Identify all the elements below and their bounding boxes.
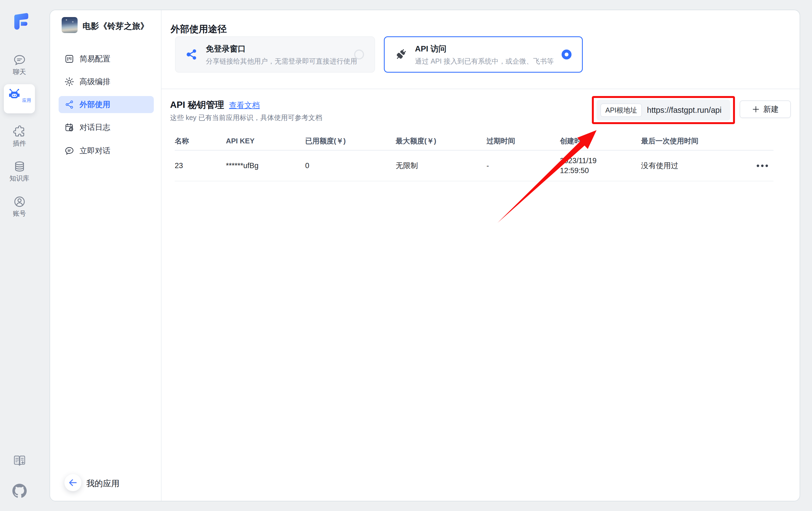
usage-title: 外部使用途径 xyxy=(171,23,227,35)
rail-item-label: 插件 xyxy=(0,139,39,148)
sidebar-divider xyxy=(161,10,162,501)
docs-button[interactable] xyxy=(0,454,39,469)
docs-book-icon xyxy=(13,454,26,468)
my-apps-label[interactable]: 我的应用 xyxy=(86,478,119,489)
card-desc: 分享链接给其他用户，无需登录即可直接进行使用 xyxy=(206,57,357,66)
github-button[interactable] xyxy=(0,484,39,499)
rail-item-account[interactable]: 账号 xyxy=(0,195,39,218)
usage-card-api-access[interactable]: API 访问 通过 API 接入到已有系统中，或企微、飞书等 xyxy=(384,36,583,73)
database-icon xyxy=(13,160,26,173)
rail-item-label: 账号 xyxy=(0,209,39,218)
api-key-table: 名称 API KEY 已用额度(￥) 最大额度(￥) 过期时间 创建时间 最后一… xyxy=(175,132,774,181)
api-root-url[interactable]: https://fastgpt.run/api xyxy=(647,106,722,115)
icon-rail: 聊天 应用 插件 xyxy=(0,0,39,511)
api-key-subtitle: 这些 key 已有当前应用标识，具体使用可参考文档 xyxy=(170,113,322,122)
chat-log-icon xyxy=(65,123,74,132)
chat-bubble-icon xyxy=(13,54,26,66)
table-row: 23 ******ufBg 0 无限制 - 2023/11/19 12:59:5… xyxy=(175,150,774,181)
col-max: 最大额度(￥) xyxy=(396,136,487,146)
share-icon xyxy=(65,100,74,109)
radio-selected[interactable] xyxy=(561,50,572,59)
user-circle-icon xyxy=(13,195,26,208)
new-key-label: 新建 xyxy=(763,104,779,114)
share-icon xyxy=(185,48,198,61)
menu-item-label: 简易配置 xyxy=(80,54,110,64)
card-title: 免登录窗口 xyxy=(206,44,357,55)
section-divider xyxy=(162,89,800,89)
menu-item-chat-logs[interactable]: 对话日志 xyxy=(59,119,154,136)
cell-expire: - xyxy=(487,162,560,170)
rail-item-apps[interactable]: 应用 xyxy=(4,84,35,113)
menu-item-label: 高级编排 xyxy=(80,77,110,87)
robot-icon xyxy=(8,89,21,102)
cell-api-key: ******ufBg xyxy=(226,162,305,170)
page: 聊天 应用 插件 xyxy=(0,0,812,511)
annotation-red-box: API根地址 https://fastgpt.run/api xyxy=(592,96,735,124)
col-last-used: 最后一次使用时间 xyxy=(641,136,757,146)
menu-item-label: 立即对话 xyxy=(80,146,110,156)
app-avatar xyxy=(62,17,78,33)
rail-item-chat[interactable]: 聊天 xyxy=(0,54,39,76)
gear-icon xyxy=(65,77,74,86)
plug-icon xyxy=(395,48,407,61)
plus-icon xyxy=(752,105,760,113)
rail-item-label: 应用 xyxy=(22,98,31,103)
card-desc: 通过 API 接入到已有系统中，或企微、飞书等 xyxy=(415,57,554,66)
api-root-label: API根地址 xyxy=(601,104,642,117)
menu-item-advanced-flow[interactable]: 高级编排 xyxy=(59,73,154,90)
api-key-title: API 秘钥管理 xyxy=(170,99,224,111)
cell-name: 23 xyxy=(175,162,226,170)
main-panel: 电影《铃芽之旅》 简易配置 高级编排 外部使用 xyxy=(50,10,800,501)
simple-config-icon xyxy=(65,54,74,63)
card-title: API 访问 xyxy=(415,44,554,55)
table-header-row: 名称 API KEY 已用额度(￥) 最大额度(￥) 过期时间 创建时间 最后一… xyxy=(175,132,774,150)
cell-last-used: 没有使用过 xyxy=(641,161,757,171)
new-key-button[interactable]: 新建 xyxy=(740,101,791,118)
col-created: 创建时间 xyxy=(560,136,641,146)
col-api-key: API KEY xyxy=(226,137,305,145)
cell-used: 0 xyxy=(305,162,396,170)
menu-item-external-use[interactable]: 外部使用 xyxy=(59,96,154,113)
cell-created: 2023/11/19 12:59:50 xyxy=(560,156,641,176)
col-name: 名称 xyxy=(175,136,226,146)
radio-unselected[interactable] xyxy=(354,50,364,59)
back-button[interactable] xyxy=(64,474,82,491)
fastgpt-logo[interactable] xyxy=(9,10,30,31)
rail-item-label: 知识库 xyxy=(0,174,39,183)
menu-item-label: 外部使用 xyxy=(80,100,110,110)
back-arrow-icon xyxy=(68,478,78,488)
view-docs-link[interactable]: 查看文档 xyxy=(229,100,260,111)
cell-max: 无限制 xyxy=(396,161,487,171)
github-icon xyxy=(12,484,27,498)
col-used: 已用额度(￥) xyxy=(305,136,396,146)
rail-item-plugins[interactable]: 插件 xyxy=(0,125,39,148)
col-expire: 过期时间 xyxy=(487,136,560,146)
rail-item-knowledge[interactable]: 知识库 xyxy=(0,160,39,183)
puzzle-icon xyxy=(13,125,26,138)
api-root-pill: API根地址 https://fastgpt.run/api xyxy=(597,100,730,120)
menu-item-chat-now[interactable]: 立即对话 xyxy=(59,142,154,159)
rail-item-label: 聊天 xyxy=(0,67,39,76)
usage-card-no-login[interactable]: 免登录窗口 分享链接给其他用户，无需登录即可直接进行使用 xyxy=(175,36,375,73)
app-name: 电影《铃芽之旅》 xyxy=(83,21,149,32)
menu-item-label: 对话日志 xyxy=(80,122,110,133)
chat-now-icon xyxy=(65,146,74,155)
menu-item-simple-config[interactable]: 简易配置 xyxy=(59,50,154,67)
row-actions-menu[interactable] xyxy=(757,165,774,167)
